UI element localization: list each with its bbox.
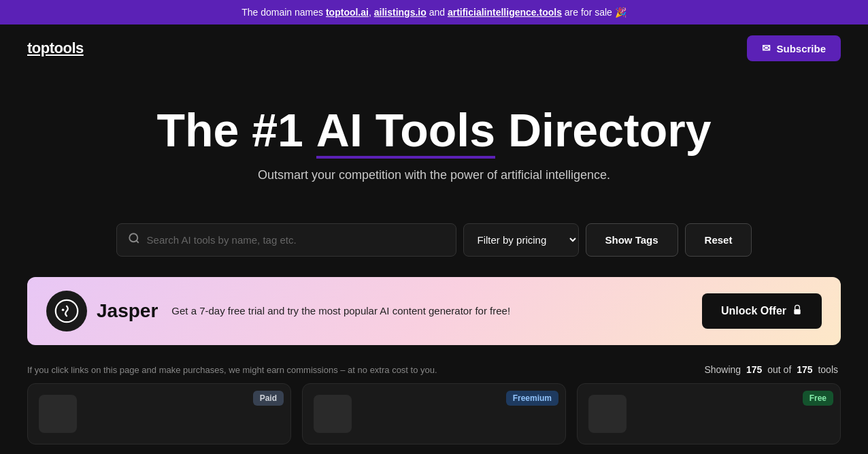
subscribe-label: Subscribe bbox=[776, 43, 826, 54]
jasper-brand-section: Jasper bbox=[46, 291, 158, 331]
headline-highlight: AI Tools bbox=[316, 106, 495, 155]
banner-link-toptool[interactable]: toptool.ai bbox=[326, 7, 369, 18]
svg-rect-4 bbox=[794, 310, 800, 314]
tool-card-3[interactable]: Free bbox=[577, 383, 841, 444]
search-section: Filter by pricing Free Freemium Paid Sho… bbox=[0, 203, 868, 270]
hero-section: The #1 AI Tools Directory Outsmart your … bbox=[0, 72, 868, 203]
site-logo[interactable]: toptools bbox=[27, 39, 84, 57]
banner-text-middle: and bbox=[429, 7, 448, 18]
header: toptools ✉ Subscribe bbox=[0, 25, 868, 72]
hero-subheadline: Outsmart your competition with the power… bbox=[14, 168, 854, 182]
banner-link-ailistings[interactable]: ailistings.io bbox=[374, 7, 427, 18]
show-tags-button[interactable]: Show Tags bbox=[586, 223, 678, 257]
card-badge-3: Free bbox=[803, 391, 833, 406]
tool-cards-row: Paid Freemium Free bbox=[0, 383, 868, 444]
tool-card-1[interactable]: Paid bbox=[27, 383, 291, 444]
card-thumbnail-2 bbox=[314, 395, 352, 433]
search-input[interactable] bbox=[147, 225, 445, 255]
svg-line-1 bbox=[136, 241, 138, 243]
tool-card-2[interactable]: Freemium bbox=[302, 383, 566, 444]
tools-total: 175 bbox=[797, 364, 812, 375]
out-of-label: out of bbox=[767, 364, 791, 375]
tools-suffix: tools bbox=[818, 364, 838, 375]
card-badge-2: Freemium bbox=[506, 391, 558, 406]
jasper-icon bbox=[46, 291, 87, 331]
tools-count: 175 bbox=[746, 364, 762, 375]
search-icon bbox=[128, 232, 140, 248]
card-badge-1: Paid bbox=[253, 391, 284, 406]
lock-icon bbox=[792, 304, 803, 318]
showing-prefix: Showing bbox=[704, 364, 741, 375]
disclaimer-row: If you click links on this page and make… bbox=[0, 359, 868, 383]
banner-text-before: The domain names bbox=[241, 7, 323, 18]
card-thumbnail-3 bbox=[588, 395, 627, 433]
banner-link-ai-tools[interactable]: artificialintelligence.tools bbox=[448, 7, 562, 18]
top-banner: The domain names toptool.ai, ailistings.… bbox=[0, 0, 868, 25]
promo-banner: Jasper Get a 7-day free trial and try th… bbox=[27, 277, 841, 345]
pricing-filter-select[interactable]: Filter by pricing Free Freemium Paid bbox=[463, 223, 579, 257]
promo-description: Get a 7-day free trial and try the most … bbox=[171, 304, 688, 319]
unlock-offer-button[interactable]: Unlock Offer bbox=[702, 293, 822, 329]
jasper-brand-name: Jasper bbox=[97, 300, 158, 322]
subscribe-button[interactable]: ✉ Subscribe bbox=[747, 35, 841, 61]
headline-part1: The #1 bbox=[157, 104, 316, 156]
disclaimer-text: If you click links on this page and make… bbox=[27, 365, 437, 375]
svg-point-0 bbox=[129, 234, 137, 242]
search-wrapper bbox=[116, 223, 456, 257]
unlock-label: Unlock Offer bbox=[721, 305, 786, 317]
subscribe-icon: ✉ bbox=[762, 42, 771, 54]
svg-point-3 bbox=[62, 309, 65, 312]
showing-count: Showing 175 out of 175 tools bbox=[704, 364, 841, 375]
banner-text-after: are for sale 🎉 bbox=[565, 7, 627, 18]
card-thumbnail-1 bbox=[39, 395, 77, 433]
reset-button[interactable]: Reset bbox=[685, 223, 752, 257]
headline-part2: Directory bbox=[495, 104, 711, 156]
hero-headline: The #1 AI Tools Directory bbox=[14, 106, 854, 155]
